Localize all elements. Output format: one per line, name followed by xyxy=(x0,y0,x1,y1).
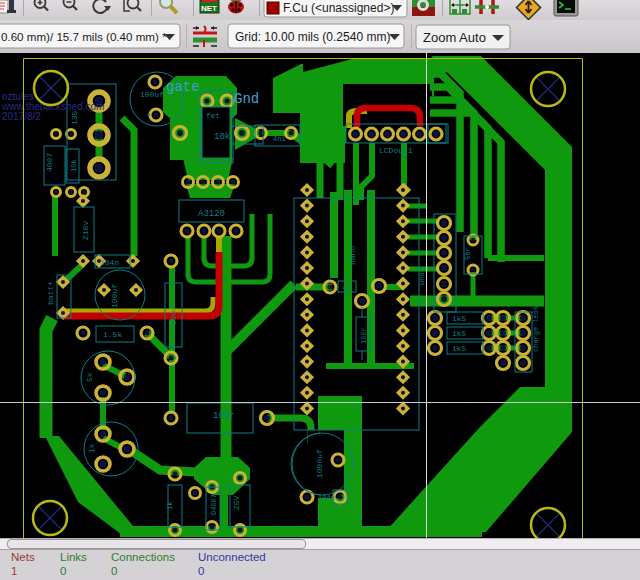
svg-text:batt+: batt+ xyxy=(46,281,55,305)
svg-text:100r: 100r xyxy=(360,327,368,344)
svg-text:Zoom Auto: Zoom Auto xyxy=(423,30,486,45)
svg-text:104n: 104n xyxy=(100,258,119,267)
svg-text:+: + xyxy=(146,111,151,121)
svg-text:NET: NET xyxy=(201,4,217,13)
svg-text:135: 135 xyxy=(70,110,79,125)
svg-text:104n: 104n xyxy=(318,494,335,502)
svg-text:A3120: A3120 xyxy=(198,209,225,219)
svg-text:100uf: 100uf xyxy=(140,90,164,99)
svg-text:nano: nano xyxy=(348,246,357,265)
svg-text:fet: fet xyxy=(206,111,220,120)
svg-text:56r: 56r xyxy=(464,247,472,260)
svg-text:Grid: 10.00 mils (0.2540 mm): Grid: 10.00 mils (0.2540 mm) xyxy=(235,30,390,44)
svg-text:100r: 100r xyxy=(169,306,178,325)
svg-text:F.Cu (<unassigned>): F.Cu (<unassigned>) xyxy=(283,1,394,15)
svg-text:100uf: 100uf xyxy=(110,284,119,308)
svg-text:1k5: 1k5 xyxy=(452,329,467,338)
svg-text:uno3: uno3 xyxy=(418,268,426,285)
svg-text:D4007: D4007 xyxy=(210,494,218,515)
svg-text:1k5: 1k5 xyxy=(452,344,467,353)
svg-text:4n1: 4n1 xyxy=(273,135,286,143)
svg-text:gate: gate xyxy=(166,79,200,95)
svg-text:2017/8/2: 2017/8/2 xyxy=(2,111,41,122)
svg-text:4007: 4007 xyxy=(45,153,54,172)
svg-text:charge leds: charge leds xyxy=(532,306,540,352)
svg-text:Z5V: Z5V xyxy=(232,495,241,510)
svg-text:LCDout1: LCDout1 xyxy=(379,146,413,155)
svg-text:Gnd: Gnd xyxy=(234,91,259,107)
svg-text:1k5: 1k5 xyxy=(452,314,467,323)
svg-text:1.5k: 1.5k xyxy=(103,330,122,339)
svg-text:47: 47 xyxy=(342,283,352,292)
svg-text:1000uf: 1000uf xyxy=(315,449,324,478)
svg-text:10k: 10k xyxy=(70,159,78,172)
svg-text:1k: 1k xyxy=(87,443,96,453)
svg-text:1k: 1k xyxy=(166,502,174,510)
svg-text:10k: 10k xyxy=(214,132,230,142)
svg-text:Z18v: Z18v xyxy=(81,221,90,240)
svg-text:100r: 100r xyxy=(213,411,235,421)
svg-text:0.60 mm)/ 15.7 mils (0.40 mm): 0.60 mm)/ 15.7 mils (0.40 mm) * xyxy=(1,30,167,43)
svg-text:5k: 5k xyxy=(85,372,94,382)
